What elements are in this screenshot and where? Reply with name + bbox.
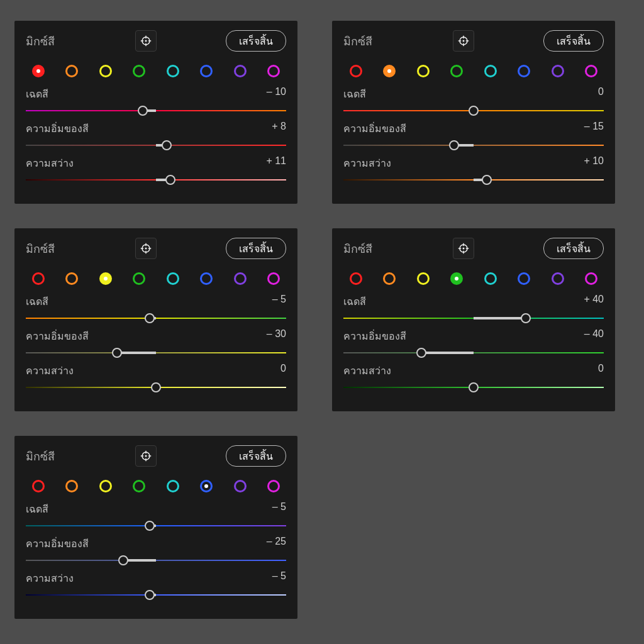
panel-red-swatch-4[interactable] (167, 65, 179, 77)
panel-orange-swatch-2[interactable] (417, 65, 430, 77)
panel-yellow-hue-row: เฉดสี – 5 (26, 294, 286, 323)
panel-yellow-done-button[interactable]: เสร็จสิ้น (226, 238, 286, 259)
panel-green-swatch-6[interactable] (552, 272, 564, 285)
panel-blue-swatch-6[interactable] (234, 480, 247, 492)
panel-blue-done-button[interactable]: เสร็จสิ้น (226, 445, 286, 467)
panel-orange-done-button[interactable]: เสร็จสิ้น (543, 30, 604, 52)
panel-green-lum-slider[interactable] (343, 382, 604, 392)
panel-yellow-swatch-7[interactable] (267, 272, 280, 285)
panel-red-target-button[interactable] (135, 30, 157, 52)
panel-yellow-hue-value: – 5 (272, 294, 286, 309)
panel-green-swatch-4[interactable] (484, 272, 497, 285)
panel-yellow-swatch-3[interactable] (133, 272, 145, 285)
svg-point-11 (463, 40, 465, 42)
panel-blue-sat-slider[interactable] (26, 555, 286, 565)
panel-yellow-hue-slider[interactable] (26, 313, 286, 323)
svg-point-23 (463, 248, 465, 250)
panel-orange-swatch-3[interactable] (450, 65, 463, 77)
panel-green-hue-row: เฉดสี + 40 (343, 294, 604, 323)
panel-yellow-swatch-5[interactable] (200, 272, 213, 285)
panel-red-swatch-3[interactable] (133, 65, 145, 77)
panel-green-swatch-5[interactable] (518, 272, 530, 285)
panel-blue-swatches (26, 480, 286, 492)
panel-blue-lum-slider[interactable] (26, 590, 286, 600)
target-icon (458, 243, 469, 254)
panel-yellow-swatch-6[interactable] (234, 272, 247, 285)
panel-yellow-swatch-1[interactable] (65, 272, 78, 285)
panel-green-swatch-2[interactable] (417, 272, 430, 285)
panel-green-hue-label: เฉดสี (343, 294, 366, 309)
panel-red-swatch-7[interactable] (267, 65, 280, 77)
panel-red-sat-value: + 8 (272, 121, 286, 136)
panel-green-sat-slider[interactable] (343, 348, 604, 358)
panel-yellow-lum-row: ความสว่าง 0 (26, 363, 286, 392)
panel-red-hue-slider[interactable] (26, 106, 286, 116)
panel-red-swatch-5[interactable] (200, 65, 213, 77)
panel-orange-hue-row: เฉดสี 0 (343, 86, 604, 116)
panel-red-lum-row: ความสว่าง + 11 (26, 155, 286, 185)
panel-yellow-target-button[interactable] (135, 238, 157, 259)
panel-red-sat-slider[interactable] (26, 140, 286, 150)
panel-green: มิกซ์สี เสร็จสิ้น เฉดสี + 40 (332, 228, 615, 411)
panel-green-target-button[interactable] (453, 238, 474, 259)
panel-blue-lum-label: ความสว่าง (26, 570, 74, 586)
panel-green-lum-value: 0 (598, 363, 604, 379)
panel-blue-sat-label: ความอิ่มของสี (26, 536, 89, 552)
panel-orange-hue-slider[interactable] (343, 106, 604, 116)
panel-orange-swatch-1[interactable] (383, 65, 396, 77)
svg-point-5 (145, 40, 147, 42)
panel-orange-swatch-6[interactable] (552, 65, 564, 77)
panel-blue-swatch-0[interactable] (32, 480, 45, 492)
panel-red-swatch-6[interactable] (234, 65, 247, 77)
panel-orange-swatch-5[interactable] (518, 65, 530, 77)
panel-green-sat-label: ความอิ่มของสี (343, 328, 406, 344)
panel-yellow-title: มิกซ์สี (26, 240, 55, 258)
panel-blue: มิกซ์สี เสร็จสิ้น เฉดสี – 5 (14, 436, 297, 619)
panel-green-done-button[interactable]: เสร็จสิ้น (543, 238, 604, 259)
panel-green-swatch-1[interactable] (383, 272, 396, 285)
panel-blue-swatch-4[interactable] (167, 480, 179, 492)
panel-blue-swatch-5[interactable] (200, 480, 213, 492)
panel-orange-sat-slider[interactable] (343, 140, 604, 150)
panel-yellow-swatch-0[interactable] (32, 272, 45, 285)
panel-green-hue-slider[interactable] (343, 313, 604, 323)
panel-blue-hue-value: – 5 (272, 501, 286, 517)
panel-blue-swatch-7[interactable] (267, 480, 280, 492)
panel-orange-target-button[interactable] (453, 30, 474, 52)
panel-red-swatch-2[interactable] (99, 65, 112, 77)
svg-point-17 (145, 248, 147, 250)
target-icon (140, 450, 152, 462)
panel-orange-swatch-0[interactable] (350, 65, 362, 77)
panel-green-swatch-7[interactable] (585, 272, 597, 285)
panel-blue-swatch-3[interactable] (133, 480, 145, 492)
panel-yellow-sat-slider[interactable] (26, 348, 286, 358)
panel-green-swatch-0[interactable] (350, 272, 362, 285)
panel-orange-swatch-4[interactable] (484, 65, 497, 77)
panel-red-done-button[interactable]: เสร็จสิ้น (226, 30, 286, 52)
svg-point-29 (145, 455, 147, 457)
panel-red-lum-label: ความสว่าง (26, 155, 74, 171)
panel-green-swatch-3[interactable] (450, 272, 463, 285)
panel-yellow-swatch-4[interactable] (167, 272, 179, 285)
panel-green-sat-row: ความอิ่มของสี – 40 (343, 328, 604, 358)
panel-yellow-swatches (26, 272, 286, 285)
panel-red-swatch-0[interactable] (32, 65, 45, 77)
panel-orange: มิกซ์สี เสร็จสิ้น เฉดสี 0 (332, 21, 615, 204)
panel-yellow-sat-value: – 30 (267, 328, 286, 344)
panel-blue-swatch-2[interactable] (99, 480, 112, 492)
panel-blue-hue-slider[interactable] (26, 521, 286, 531)
panel-red-swatch-1[interactable] (65, 65, 78, 77)
panel-red-sat-label: ความอิ่มของสี (26, 121, 89, 136)
panel-red-lum-slider[interactable] (26, 175, 286, 185)
panel-blue-sat-row: ความอิ่มของสี – 25 (26, 536, 286, 565)
panel-orange-lum-slider[interactable] (343, 175, 604, 185)
panel-yellow-lum-slider[interactable] (26, 382, 286, 392)
panel-yellow-swatch-2[interactable] (99, 272, 112, 285)
panel-orange-swatch-7[interactable] (585, 65, 597, 77)
panel-red-swatches (26, 65, 286, 77)
panel-blue-target-button[interactable] (135, 445, 157, 467)
target-icon (140, 35, 152, 47)
panel-blue-swatch-1[interactable] (65, 480, 78, 492)
panel-red-hue-label: เฉดสี (26, 86, 48, 102)
panel-red-title: มิกซ์สี (26, 32, 55, 50)
